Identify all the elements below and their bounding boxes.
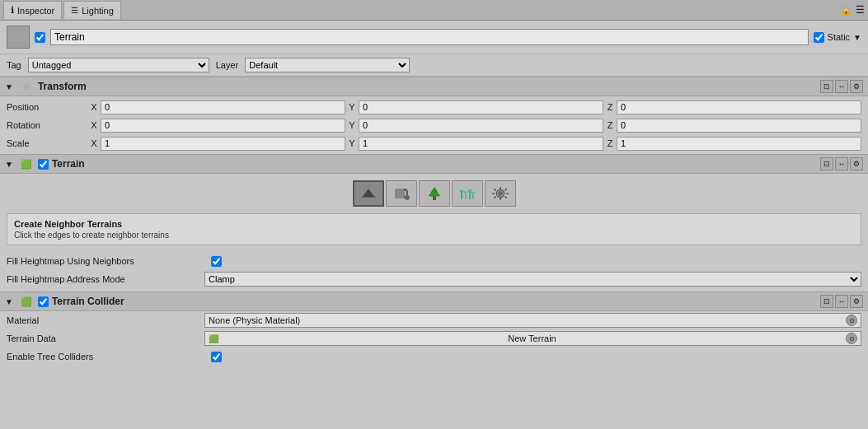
fill-address-select[interactable]: Clamp Mirror Repeat bbox=[204, 272, 861, 287]
terrain-body: Create Neighbor Terrains Click the edges… bbox=[0, 174, 868, 288]
scale-x-label: X bbox=[89, 138, 99, 148]
terrain-controls: ⊡ ↔ ⚙ bbox=[820, 157, 863, 170]
terrain-enabled-checkbox[interactable] bbox=[38, 159, 49, 170]
svg-line-13 bbox=[466, 191, 467, 194]
collider-section-icon: 🟩 bbox=[20, 295, 33, 308]
object-name-input[interactable] bbox=[50, 29, 809, 45]
collider-btn-gear[interactable]: ⚙ bbox=[850, 295, 863, 308]
transform-btn-1[interactable]: ⊡ bbox=[820, 80, 833, 93]
fill-heightmap-checkbox[interactable] bbox=[211, 256, 222, 267]
fill-address-row: Fill Heightmap Address Mode Clamp Mirror… bbox=[0, 270, 868, 288]
terrain-info-title: Create Neighbor Terrains bbox=[14, 219, 854, 229]
inspector-tab-icon: ℹ bbox=[11, 5, 14, 16]
material-value-row: None (Physic Material) ⊙ bbox=[204, 313, 861, 328]
terrain-data-label: Terrain Data bbox=[7, 333, 204, 343]
lock-icon[interactable]: 🔒 bbox=[840, 4, 852, 16]
collider-controls: ⊡ ↔ ⚙ bbox=[820, 295, 863, 308]
fill-address-label: Fill Heightmap Address Mode bbox=[7, 274, 204, 284]
scale-x-input[interactable] bbox=[101, 137, 345, 151]
tabs-right: 🔒 ☰ bbox=[840, 4, 865, 16]
transform-btn-2[interactable]: ↔ bbox=[835, 80, 848, 93]
rotation-x-axis: X bbox=[89, 119, 345, 133]
collider-btn-1[interactable]: ⊡ bbox=[820, 295, 833, 308]
terrain-btn-trees[interactable] bbox=[419, 180, 450, 207]
object-header: Static ▼ bbox=[0, 21, 868, 54]
menu-icon[interactable]: ☰ bbox=[856, 4, 865, 16]
terrain-section-icon: 🟩 bbox=[20, 157, 33, 170]
position-x-input[interactable] bbox=[101, 100, 345, 114]
transform-arrow[interactable]: ▼ bbox=[5, 82, 13, 91]
rotation-z-axis: Z bbox=[605, 119, 861, 133]
position-z-label: Z bbox=[605, 102, 615, 112]
rotation-z-input[interactable] bbox=[617, 119, 861, 133]
tag-layer-row: Tag Untagged Layer Default bbox=[0, 54, 868, 77]
static-checkbox[interactable] bbox=[814, 32, 824, 43]
terrain-btn-gear[interactable]: ⚙ bbox=[850, 157, 863, 170]
terrain-title: Terrain bbox=[52, 158, 863, 170]
terrain-btn-raise[interactable] bbox=[353, 180, 384, 207]
position-y-input[interactable] bbox=[359, 100, 603, 114]
layer-label: Layer bbox=[216, 60, 239, 70]
terrain-data-value: New Terrain bbox=[508, 333, 556, 343]
svg-rect-3 bbox=[395, 189, 405, 198]
scale-y-label: Y bbox=[347, 138, 357, 148]
rotation-y-label: Y bbox=[347, 120, 357, 130]
position-row: Position X Y Z bbox=[0, 98, 868, 116]
enable-tree-row: Enable Tree Colliders bbox=[0, 347, 868, 366]
rotation-y-input[interactable] bbox=[359, 119, 603, 133]
layer-select[interactable]: Default bbox=[245, 58, 410, 72]
enable-tree-checkbox[interactable] bbox=[211, 352, 222, 362]
tab-inspector[interactable]: ℹ Inspector bbox=[3, 1, 62, 19]
transform-section-header: ▼ ✛ Transform ⊡ ↔ ⚙ bbox=[0, 77, 868, 96]
position-z-input[interactable] bbox=[617, 100, 861, 114]
rotation-row: Rotation X Y Z bbox=[0, 116, 868, 134]
terrain-arrow[interactable]: ▼ bbox=[5, 160, 13, 169]
terrain-data-icon: 🟩 bbox=[209, 334, 218, 343]
fill-heightmap-row: Fill Heightmap Using Neighbors bbox=[0, 252, 868, 270]
collider-section-header: ▼ 🟩 Terrain Collider ⊡ ↔ ⚙ bbox=[0, 291, 868, 311]
material-label: Material bbox=[7, 315, 204, 325]
tabs-left: ℹ Inspector ☰ Lighting bbox=[3, 1, 121, 19]
tab-bar: ℹ Inspector ☰ Lighting 🔒 ☰ bbox=[0, 0, 868, 21]
terrain-data-circle-btn[interactable]: ⊙ bbox=[846, 333, 857, 344]
scale-y-input[interactable] bbox=[359, 137, 603, 151]
static-label: Static bbox=[828, 32, 851, 42]
position-x-label: X bbox=[89, 102, 99, 112]
rotation-x-label: X bbox=[89, 120, 99, 130]
transform-title: Transform bbox=[38, 81, 863, 92]
transform-fields: Position X Y Z Rotation X Y bbox=[0, 96, 868, 154]
object-enabled-checkbox[interactable] bbox=[35, 32, 45, 43]
terrain-btn-paint-texture[interactable] bbox=[386, 180, 417, 207]
scale-z-input[interactable] bbox=[617, 137, 861, 151]
scale-z-axis: Z bbox=[605, 137, 861, 151]
terrain-section-header: ▼ 🟩 Terrain ⊡ ↔ ⚙ bbox=[0, 154, 868, 174]
collider-btn-2[interactable]: ↔ bbox=[835, 295, 848, 308]
transform-btn-gear[interactable]: ⚙ bbox=[850, 80, 863, 93]
material-circle-btn[interactable]: ⊙ bbox=[846, 315, 857, 326]
position-y-axis: Y bbox=[347, 100, 603, 114]
scale-x-axis: X bbox=[89, 137, 345, 151]
tab-lighting[interactable]: ☰ Lighting bbox=[63, 1, 121, 19]
collider-enabled-checkbox[interactable] bbox=[38, 296, 49, 307]
collider-arrow[interactable]: ▼ bbox=[5, 297, 13, 306]
static-dropdown-icon[interactable]: ▼ bbox=[853, 33, 861, 42]
terrain-info-desc: Click the edges to create neighbor terra… bbox=[14, 231, 854, 240]
terrain-btn-2[interactable]: ↔ bbox=[835, 157, 848, 170]
terrain-btn-1[interactable]: ⊡ bbox=[820, 157, 833, 170]
svg-line-10 bbox=[462, 190, 463, 193]
rotation-z-label: Z bbox=[605, 120, 615, 130]
terrain-data-value-row: 🟩 New Terrain ⊙ bbox=[204, 331, 861, 346]
tag-label: Tag bbox=[7, 60, 21, 70]
lighting-tab-label: Lighting bbox=[82, 6, 114, 16]
tag-select[interactable]: Untagged bbox=[28, 58, 209, 72]
svg-point-20 bbox=[498, 191, 503, 196]
terrain-toolbar bbox=[0, 174, 868, 213]
terrain-btn-settings[interactable] bbox=[485, 180, 516, 207]
position-x-axis: X bbox=[89, 100, 345, 114]
terrain-btn-details[interactable] bbox=[452, 180, 483, 207]
enable-tree-label: Enable Tree Colliders bbox=[7, 352, 204, 361]
svg-line-16 bbox=[470, 189, 472, 192]
position-y-label: Y bbox=[347, 102, 357, 112]
terrain-data-row: Terrain Data 🟩 New Terrain ⊙ bbox=[0, 329, 868, 347]
rotation-x-input[interactable] bbox=[101, 119, 345, 133]
